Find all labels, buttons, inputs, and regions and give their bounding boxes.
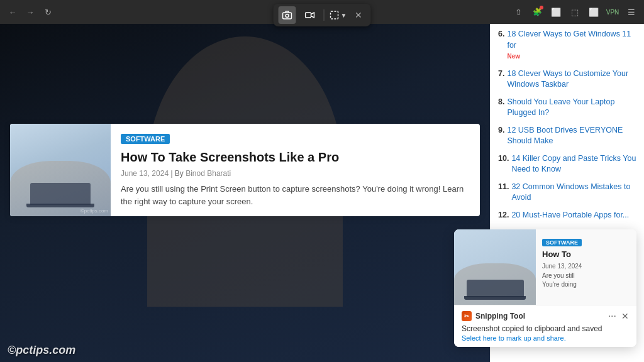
sidebar-item-11: 11. 32 Common Windows Mistakes to Avoid [498,182,636,204]
extensions-button[interactable]: 🧩 [530,4,545,19]
sidebar-link-9[interactable]: 12 USB Boot Drives EVERYONE Should Make [507,125,636,147]
snipping-preview-image [454,229,536,305]
svg-rect-2 [306,13,311,18]
menu-button[interactable]: ☰ [624,4,639,19]
back-button[interactable]: ← [5,4,20,19]
share-button[interactable]: ⇧ [511,4,526,19]
person-typing-illustration [10,124,111,216]
sidebar-link-6[interactable]: 18 Clever Ways to Get Windows 11 for [507,30,631,50]
svg-point-1 [286,14,289,18]
snipping-preview: SOFTWARE How To June 13, 2024 Are you st… [454,229,636,305]
snip-preview-excerpt1: Are you still You're doing [542,272,630,289]
snipping-tool-name: Snipping Tool [475,312,525,321]
sidebar-num-11: 11. [498,182,509,204]
article-2-image: ©pctips.com [10,124,111,216]
article-3-image [0,226,113,319]
browser-actions: ⇧ 🧩 ⬜ ⬚ ⬜ VPN ☰ [511,4,639,19]
screenshot-toolbar: ▼ ✕ [274,4,371,26]
sidebar-link-11[interactable]: 32 Common Windows Mistakes to Avoid [511,182,636,204]
vpn-button[interactable]: VPN [605,4,620,19]
sidebar-link-10[interactable]: 14 Killer Copy and Paste Tricks You Need… [511,153,636,175]
sidebar-num-10: 10. [498,153,509,175]
snipping-tool-toast[interactable]: SOFTWARE How To June 13, 2024 Are you st… [454,229,636,347]
snip-preview-title: How To [542,250,630,260]
article-2-meta: June 13, 2024 | By Binod Bharati [121,169,470,178]
sidebar-link-8[interactable]: Should You Leave Your Laptop Plugged In? [507,97,636,119]
toolbar-divider [324,9,325,21]
center-column: 21 Important Things to Do with a New Lap… [0,24,490,362]
sidebar-num-6: 6. [498,29,504,62]
toolbar-region-dropdown[interactable]: ▼ [330,10,347,20]
snipping-header: ✂ Snipping Tool ··· ✕ [462,310,629,322]
svg-rect-3 [331,11,338,19]
snipping-app-label: ✂ Snipping Tool [462,311,525,321]
refresh-button[interactable]: ↻ [40,4,55,19]
phone-person-illustration [0,226,113,319]
tab-button-2[interactable]: ⬚ [567,4,582,19]
snipping-tool-icon: ✂ [462,311,472,321]
toolbar-close-button[interactable]: ✕ [352,8,365,22]
featured-article-section: ©pctips.com SOFTWARE How To Take Screens… [0,124,490,216]
sidebar-num-7: 7. [498,69,504,90]
screenshot-camera-button[interactable] [279,6,296,24]
snipping-footer: ✂ Snipping Tool ··· ✕ Screenshot copied … [454,305,636,347]
sidebar-num-8: 8. [498,97,504,119]
snip-badge: SOFTWARE [542,239,582,246]
article-row-3: INTERNET 40 Google Map Features You Must… [0,221,490,319]
sidebar-item-12: 12. 20 Must-Have Portable Apps for... [498,210,636,221]
tab-button-1[interactable]: ⬜ [548,4,564,19]
sidebar-item-8: 8. Should You Leave Your Laptop Plugged … [498,97,636,119]
forward-button[interactable]: → [23,4,38,19]
screenshot-video-button[interactable] [301,6,319,24]
sidebar-num-9: 9. [498,125,504,147]
sidebar-item-6: 6. 18 Clever Ways to Get Windows 11 for … [498,29,636,62]
article-2-content: SOFTWARE How To Take Screenshots Like a … [111,124,480,216]
tab-button-3[interactable]: ⬜ [586,4,601,19]
sidebar-new-badge-6: New [507,53,520,60]
sidebar-item-10: 10. 14 Killer Copy and Paste Tricks You … [498,153,636,175]
article-2-excerpt: Are you still using the Print Screen but… [121,183,470,207]
article-2-badge: SOFTWARE [121,134,170,144]
featured-watermark: ©pctips.com [80,208,108,214]
sidebar-num-12: 12. [498,210,509,221]
snip-preview-date: June 13, 2024 [542,263,630,270]
sidebar-list: 6. 18 Clever Ways to Get Windows 11 for … [498,29,636,221]
svg-rect-0 [283,13,292,19]
browser-chrome: ← → ↻ ▼ [0,0,644,24]
article-2-title[interactable]: How To Take Screenshots Like a Pro [121,149,470,165]
snipping-markup-link[interactable]: Select here to mark up and share. [462,334,629,342]
snipping-close-button[interactable]: ✕ [621,311,629,321]
sidebar-link-12[interactable]: 20 Must-Have Portable Apps for... [511,210,629,221]
snipping-message: Screenshot copied to clipboard and saved [462,324,629,333]
sidebar-item-9: 9. 12 USB Boot Drives EVERYONE Should Ma… [498,125,636,147]
snipping-actions: ··· ✕ [608,310,629,322]
snipping-preview-text: SOFTWARE How To June 13, 2024 Are you st… [536,229,636,305]
sidebar-item-7: 7. 18 Clever Ways to Customize Your Wind… [498,69,636,90]
featured-article-box: ©pctips.com SOFTWARE How To Take Screens… [10,124,480,216]
sidebar-link-7[interactable]: 18 Clever Ways to Customize Your Windows… [507,69,636,90]
site-watermark: ©pctips.com [8,344,75,357]
snipping-more-button[interactable]: ··· [608,310,616,322]
